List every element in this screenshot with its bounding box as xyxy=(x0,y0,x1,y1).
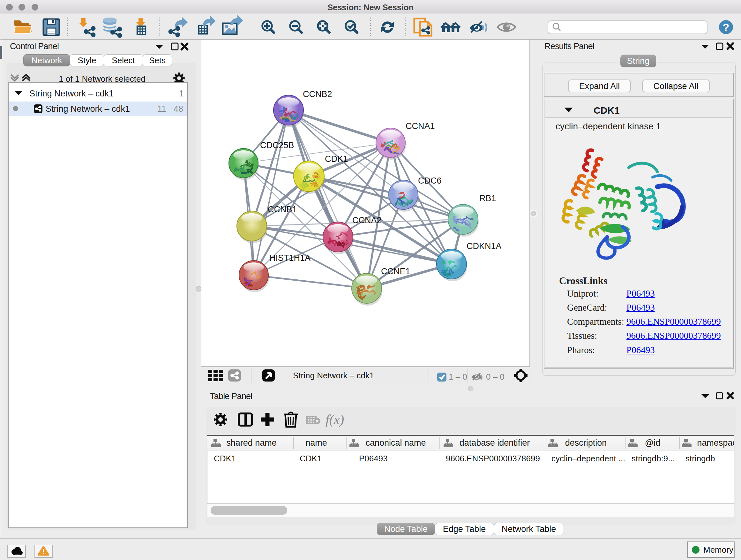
svg-text:CDC25B: CDC25B xyxy=(260,140,294,150)
svg-text:database identifier: database identifier xyxy=(460,438,530,448)
svg-text:stringdb:9...: stringdb:9... xyxy=(631,454,675,463)
svg-text:cyclin–dependent ...: cyclin–dependent ... xyxy=(551,454,625,463)
svg-text:canonical name: canonical name xyxy=(365,438,426,448)
svg-text:@id: @id xyxy=(645,438,660,448)
svg-text:description: description xyxy=(565,438,607,448)
svg-text:CDK1: CDK1 xyxy=(214,454,236,463)
svg-text:namespace: namespace xyxy=(697,438,734,448)
svg-text:CDC6: CDC6 xyxy=(418,176,442,186)
svg-text:stringdb: stringdb xyxy=(685,454,715,463)
svg-text:name: name xyxy=(306,438,327,448)
svg-text:f(x): f(x) xyxy=(326,412,344,427)
svg-text:CDK1: CDK1 xyxy=(325,154,348,164)
svg-text:String Network – cdk1: String Network – cdk1 xyxy=(293,371,374,380)
svg-text:CDKN1A: CDKN1A xyxy=(467,241,502,251)
svg-text:CCNE1: CCNE1 xyxy=(381,266,410,276)
svg-text:9606.ENSP00000378699: 9606.ENSP00000378699 xyxy=(446,454,540,463)
svg-text:RB1: RB1 xyxy=(479,193,496,203)
svg-text:CCNA2: CCNA2 xyxy=(352,215,382,225)
svg-text:CCNA1: CCNA1 xyxy=(406,121,435,131)
svg-text:?: ? xyxy=(723,21,730,33)
svg-text:0 – 0: 0 – 0 xyxy=(486,372,504,381)
svg-text:CCNB1: CCNB1 xyxy=(268,205,297,214)
svg-text:HIST1H1A: HIST1H1A xyxy=(269,253,311,263)
svg-text:Memory: Memory xyxy=(703,545,733,555)
svg-text:1 – 0: 1 – 0 xyxy=(449,372,467,381)
svg-text:shared name: shared name xyxy=(226,438,277,448)
svg-text:CCNB2: CCNB2 xyxy=(303,89,332,99)
svg-text:CDK1: CDK1 xyxy=(300,454,322,463)
svg-text:P06493: P06493 xyxy=(359,454,388,463)
